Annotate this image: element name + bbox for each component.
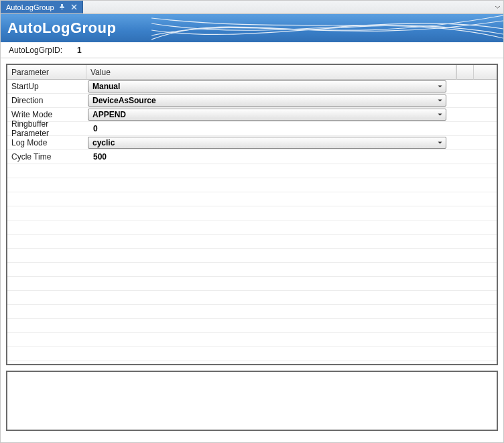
value-cell: APPEND xyxy=(86,109,497,121)
value-cell: 0 xyxy=(86,124,497,133)
select-value: Manual xyxy=(92,82,120,91)
select-value: cyclic xyxy=(92,138,115,147)
table-row xyxy=(7,263,497,277)
chevron-down-icon xyxy=(437,140,443,146)
table-row[interactable]: Ringbuffer Parameter0 xyxy=(7,122,497,136)
table-row xyxy=(7,249,497,263)
parameter-grid: Parameter Value StartUpManualDirectionDe… xyxy=(6,64,498,365)
table-row xyxy=(7,347,497,361)
value-cell: Manual xyxy=(86,80,497,92)
chevron-down-icon xyxy=(437,98,443,104)
select-startup[interactable]: Manual xyxy=(88,80,446,92)
grid-header: Parameter Value xyxy=(7,65,497,80)
pin-icon[interactable] xyxy=(58,3,66,11)
value-cell: DeviceAsSource xyxy=(86,94,497,107)
table-row xyxy=(7,220,497,235)
header-spacer-2 xyxy=(474,65,497,80)
table-row xyxy=(7,206,497,220)
table-row xyxy=(7,235,497,249)
autologgrpid-value: 1 xyxy=(77,46,82,55)
table-row[interactable]: Log Modecyclic xyxy=(7,136,497,150)
table-row xyxy=(7,305,497,319)
output-panel xyxy=(6,371,498,431)
select-value: APPEND xyxy=(92,110,126,119)
table-row xyxy=(7,319,497,333)
chevron-down-icon xyxy=(437,112,443,118)
value-cell: 500 xyxy=(86,152,497,162)
table-row xyxy=(7,164,497,178)
tab-autologgroup[interactable]: AutoLogGroup xyxy=(1,1,83,13)
table-row[interactable]: DirectionDeviceAsSource xyxy=(7,94,497,108)
tab-label: AutoLogGroup xyxy=(6,3,54,11)
param-cell: Ringbuffer Parameter xyxy=(7,119,86,138)
header-spacer-1 xyxy=(456,65,474,80)
select-write-mode[interactable]: APPEND xyxy=(88,109,446,121)
chevron-down-icon xyxy=(437,84,443,90)
grid-body: StartUpManualDirectionDeviceAsSourceWrit… xyxy=(7,80,497,364)
close-icon[interactable] xyxy=(70,3,78,11)
value-ringbuffer-parameter[interactable]: 0 xyxy=(88,124,98,133)
banner-waves-icon xyxy=(151,14,503,42)
table-row xyxy=(7,192,497,206)
select-value: DeviceAsSource xyxy=(92,96,156,105)
param-cell: Direction xyxy=(7,96,86,105)
table-row[interactable]: StartUpManual xyxy=(7,80,497,94)
table-row xyxy=(7,333,497,347)
select-log-mode[interactable]: cyclic xyxy=(88,137,446,149)
id-bar: AutoLogGrpID: 1 xyxy=(1,42,503,58)
select-direction[interactable]: DeviceAsSource xyxy=(88,94,446,107)
table-row xyxy=(7,178,497,192)
param-cell: Cycle Time xyxy=(7,152,86,162)
param-cell: Write Mode xyxy=(7,110,86,119)
param-cell: Log Mode xyxy=(7,138,86,147)
page-title: AutoLogGroup xyxy=(7,19,116,37)
table-row xyxy=(7,277,497,291)
value-cycle-time[interactable]: 500 xyxy=(88,152,107,162)
tab-strip: AutoLogGroup xyxy=(1,1,503,14)
table-row[interactable]: Cycle Time500 xyxy=(7,150,497,164)
value-cell: cyclic xyxy=(86,137,497,149)
banner: AutoLogGroup xyxy=(1,14,503,42)
header-parameter[interactable]: Parameter xyxy=(7,65,86,80)
autologgrpid-label: AutoLogGrpID: xyxy=(9,46,62,55)
header-value[interactable]: Value xyxy=(86,65,456,80)
param-cell: StartUp xyxy=(7,82,86,91)
tab-overflow-icon[interactable] xyxy=(495,1,501,13)
table-row xyxy=(7,291,497,305)
